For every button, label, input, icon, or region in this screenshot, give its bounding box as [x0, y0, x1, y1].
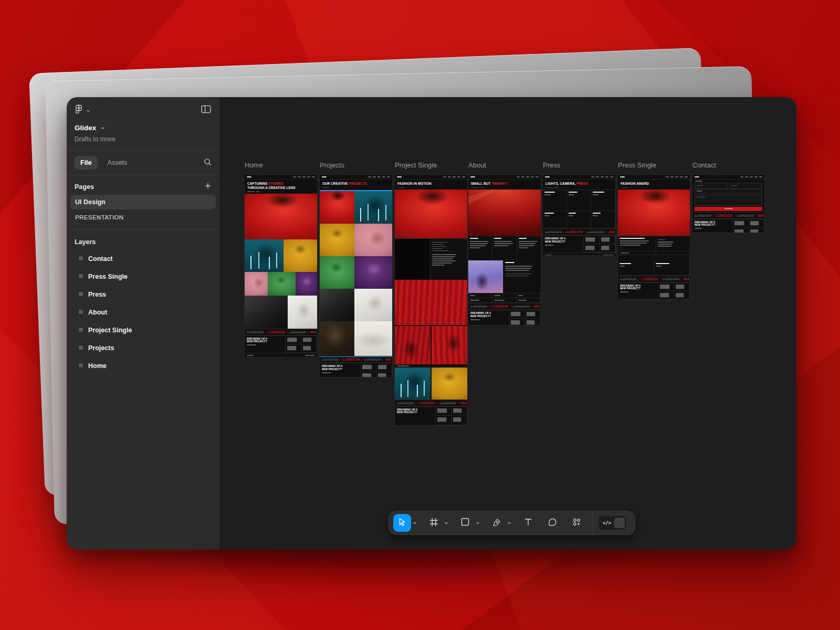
canvas-toolbar: </> [388, 511, 635, 535]
image-yellow-studio [284, 239, 317, 272]
frame-project-single[interactable]: FASHION IN MOTION [395, 175, 467, 425]
pen-tool-button[interactable] [488, 514, 506, 532]
marquee-strip: LONDON/LONDON/LONDON/MA [692, 212, 764, 219]
frame-label-project-single[interactable]: Project Single [395, 161, 437, 169]
image-white-studio [354, 289, 392, 321]
image-dark-scene [245, 296, 288, 329]
text-tool-icon [524, 518, 532, 528]
mini-footer: DREAMING UP A NEW PROJECT? [543, 235, 615, 253]
layer-item-project-single[interactable]: Project Single [67, 321, 219, 339]
marquee-strip: LONDON/LONDON/LONDON/MA [543, 228, 615, 235]
mini-navbar [320, 175, 392, 180]
hero-image-red-concert [468, 190, 541, 236]
subject-field [695, 189, 762, 194]
main-menu-button[interactable] [75, 104, 90, 116]
desktop-background: Glidex Drafts to move File Assets [0, 0, 840, 630]
add-page-button[interactable] [205, 183, 211, 191]
image-red-curtain [395, 280, 467, 325]
mini-footer: DREAMING UP A NEW PROJECT? [245, 335, 317, 353]
mini-navbar [692, 175, 764, 180]
frame-label-press[interactable]: Press [543, 161, 560, 169]
mini-navbar [468, 175, 541, 180]
toolbar-divider [593, 511, 593, 534]
mini-footer: DREAMING UP A NEW PROJECT? [320, 363, 392, 377]
actions-icon [572, 518, 581, 529]
comment-tool-button[interactable] [543, 514, 561, 532]
move-tool-chevron[interactable] [411, 514, 418, 532]
image-red-portrait [320, 191, 354, 224]
message-field [695, 195, 762, 206]
press-single-title: FASHION AWARD [618, 180, 690, 186]
frame-press[interactable]: LIGHTS, CAMERA, PRESS LONDON/LONDON/LOND… [543, 175, 615, 255]
hero-image-red-portrait [618, 190, 690, 236]
actions-button[interactable] [568, 514, 585, 532]
projects-title: OUR CREATIVE PROJECTS [320, 180, 392, 186]
shape-tool-button[interactable] [456, 514, 474, 532]
frame-about[interactable]: SMALL BUT “MIGHTY” [468, 175, 541, 325]
project-details-table [430, 239, 467, 282]
page-item-presentation[interactable]: PRESENTATION [70, 211, 216, 224]
mini-navbar [543, 175, 615, 180]
layer-item-projects[interactable]: Projects [67, 339, 219, 357]
text-tool-button[interactable] [519, 514, 537, 532]
press-list-grid [543, 190, 615, 228]
design-canvas[interactable]: Home Projects Project Single About Press… [219, 97, 796, 550]
image-pink-set [245, 272, 268, 296]
layer-item-home[interactable]: Home [67, 357, 219, 375]
frame-tool-chevron[interactable] [443, 514, 450, 532]
figma-app-window: Glidex Drafts to move File Assets [67, 97, 796, 550]
image-curtain-portrait-right [432, 326, 467, 364]
frame-contact[interactable]: LONDON/LONDON/LONDON/MA DREAMING UP A NE… [692, 175, 764, 233]
frame-projects[interactable]: OUR CREATIVE PROJECTS [320, 175, 392, 377]
image-purple-studio [468, 260, 503, 293]
frame-label-home[interactable]: Home [245, 161, 263, 169]
image-purple-set [354, 256, 392, 289]
tab-file[interactable]: File [75, 156, 98, 170]
frame-icon [78, 309, 83, 316]
pen-icon [492, 518, 501, 529]
figma-logo-icon [75, 104, 83, 116]
frame-icon [78, 273, 83, 280]
frame-label-contact[interactable]: Contact [692, 161, 716, 169]
image-white-group [354, 321, 392, 356]
layer-item-contact[interactable]: Contact [67, 250, 219, 268]
frame-icon [78, 291, 83, 298]
frame-label-about[interactable]: About [468, 161, 486, 169]
marquee-strip: LONDON/LONDON/LONDON/MA [395, 400, 467, 406]
image-curtain-portrait-left [395, 326, 430, 364]
frame-label-press-single[interactable]: Press Single [618, 161, 656, 169]
frame-tool-icon [429, 518, 438, 529]
page-item-ui-design[interactable]: UI Design [70, 195, 216, 209]
toggle-sidebar-button[interactable] [201, 105, 211, 116]
frame-home[interactable]: CAPTURING STORIESTHROUGH A CREATIVE LENS [245, 175, 317, 357]
panel-toggle-icon [201, 106, 211, 115]
chevron-down-icon [86, 106, 90, 115]
tab-assets[interactable]: Assets [108, 159, 128, 166]
frame-label-projects[interactable]: Projects [320, 161, 344, 169]
file-name[interactable]: Glidex [75, 124, 96, 132]
move-tool-button[interactable] [393, 514, 411, 532]
file-location[interactable]: Drafts to move [67, 132, 219, 150]
frame-icon [78, 327, 83, 334]
layer-item-press-single[interactable]: Press Single [67, 268, 219, 286]
image-green-set [268, 272, 296, 296]
pen-tool-chevron[interactable] [506, 514, 513, 532]
frame-tool-button[interactable] [425, 514, 443, 532]
layer-item-about[interactable]: About [67, 303, 219, 321]
press-title: LIGHTS, CAMERA, PRESS [543, 180, 615, 186]
image-white-studio [288, 296, 317, 329]
image-black-panel [395, 239, 430, 279]
related-press-grid [618, 255, 690, 276]
selected-image-grid[interactable] [320, 191, 392, 356]
layer-item-press[interactable]: Press [67, 286, 219, 303]
mini-navbar [395, 175, 467, 180]
search-icon [204, 158, 212, 168]
dev-mode-toggle[interactable]: </> [598, 516, 626, 530]
shape-tool-chevron[interactable] [474, 514, 481, 532]
frame-press-single[interactable]: FASHION AWARD LONDON/LONDON/LONDON/MA DR… [618, 175, 690, 299]
search-button[interactable] [204, 158, 212, 168]
frame-icon [78, 255, 83, 262]
chevron-down-icon[interactable] [100, 124, 105, 132]
marquee-strip: LONDON/LONDON/LONDON/MA [618, 276, 690, 282]
project-single-title: FASHION IN MOTION [395, 180, 467, 186]
